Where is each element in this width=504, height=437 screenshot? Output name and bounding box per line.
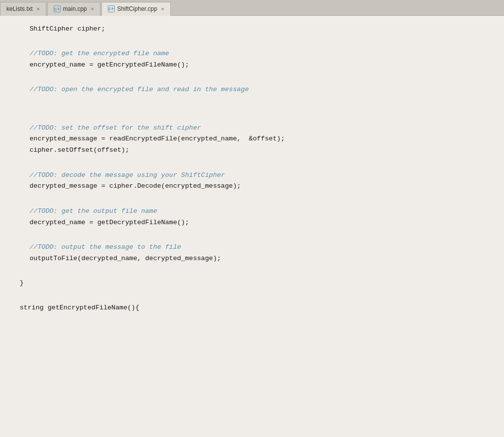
code-line-18: string getEncryptedFileName(){	[20, 303, 494, 314]
code-comment-4: //TODO: decode the message using your Sh…	[30, 170, 494, 181]
code-blank-9	[30, 289, 494, 303]
tab-main-cpp-close[interactable]: ×	[91, 6, 94, 12]
code-line-1: ShiftCipher cipher;	[30, 24, 494, 35]
code-comment-5: //TODO: get the output file name	[30, 206, 494, 217]
code-line-12: decrypted_message = cipher.Decode(encryp…	[30, 181, 494, 192]
tab-kelists-close[interactable]: ×	[36, 6, 39, 12]
tab-kelists-label: keLists.txt	[6, 5, 32, 12]
code-comment-1: //TODO: get the encrypted file name	[30, 48, 494, 60]
tab-shiftcipher-icon: c+	[108, 5, 115, 12]
code-line-3: encrypted_name = getEncryptedFileName();	[30, 60, 494, 71]
code-line-9: encrypted_message = readEncryptedFile(en…	[30, 134, 494, 145]
code-comment-2: //TODO: open the encrypted file and read…	[30, 84, 494, 96]
tab-main-cpp-icon: c+	[54, 5, 61, 12]
code-blank-3	[30, 96, 494, 109]
code-line-10: cipher.setOffset(offset);	[30, 145, 494, 156]
tab-main-cpp-label: main.cpp	[63, 5, 87, 12]
editor-area[interactable]: ShiftCipher cipher; //TODO: get the encr…	[0, 16, 504, 437]
code-blank-6	[30, 192, 494, 205]
tab-kelists[interactable]: keLists.txt ×	[0, 2, 46, 16]
code-comment-3: //TODO: set the offset for the shift cip…	[30, 123, 494, 134]
code-line-14: decrypted_name = getDecryptedFileName();	[30, 217, 494, 229]
code-blank-1	[30, 35, 494, 48]
tab-bar: keLists.txt × c+ main.cpp × c+ ShiftCiph…	[0, 0, 504, 16]
code-line-16: outputToFile(decrypted_name, decrypted_m…	[30, 253, 494, 265]
tab-main-cpp[interactable]: c+ main.cpp ×	[47, 2, 100, 16]
tab-shiftcipher-cpp[interactable]: c+ ShiftCipher.cpp ×	[101, 2, 171, 16]
code-comment-6: //TODO: output the message to the file	[30, 242, 494, 253]
tab-shiftcipher-label: ShiftCipher.cpp	[117, 5, 157, 12]
code-blank-8	[30, 265, 494, 278]
code-line-17: }	[20, 278, 494, 289]
code-blank-5	[30, 156, 494, 169]
code-blank-2	[30, 71, 494, 84]
tab-shiftcipher-close[interactable]: ×	[161, 6, 164, 12]
code-blank-4	[30, 109, 494, 122]
code-blank-7	[30, 228, 494, 241]
